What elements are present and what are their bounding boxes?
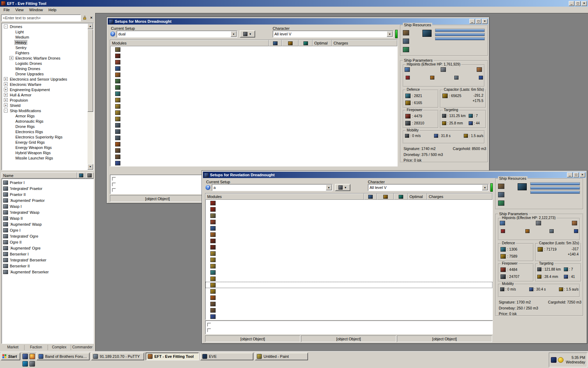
meta-column-button[interactable]	[77, 172, 85, 178]
module-row[interactable]	[110, 116, 397, 122]
module-row[interactable]	[205, 219, 492, 225]
scroll-thumb[interactable]	[88, 29, 93, 112]
item-list-row[interactable]: Wasp II	[2, 215, 93, 221]
close-button[interactable]: ×	[580, 172, 585, 177]
tree-item[interactable]: + Hull & Armor	[2, 92, 88, 97]
module-row[interactable]	[205, 269, 492, 275]
item-list-row[interactable]: Wasp I	[2, 203, 93, 209]
taskbar-window-button[interactable]: EVE	[200, 353, 253, 360]
statusbar-cell[interactable]: [object Object]	[205, 335, 300, 342]
module-row[interactable]	[205, 231, 492, 238]
tree-item[interactable]: + Propulsion	[2, 97, 88, 103]
module-row[interactable]	[205, 275, 492, 282]
item-list-row[interactable]: 'Augmented' Wasp	[2, 221, 93, 227]
module-row[interactable]	[205, 212, 492, 219]
module-row[interactable]	[205, 250, 492, 257]
eve-tray-icon[interactable]	[551, 357, 556, 363]
module-row[interactable]	[205, 307, 492, 313]
setup-tools-button[interactable]: ▼	[240, 30, 255, 38]
tree-item[interactable]: Drone Upgrades	[2, 71, 88, 76]
chevron-down-icon[interactable]: ▼	[482, 185, 488, 190]
search-input[interactable]	[1, 14, 81, 21]
taskbar-window-button[interactable]: 91.189.210.70 - PuTTY	[91, 353, 144, 360]
tree-item[interactable]: - Drones	[2, 24, 88, 29]
lock-icon[interactable]	[82, 15, 88, 21]
tree-item[interactable]: - Ship Modifications	[2, 108, 88, 113]
tree-item[interactable]: Sentry	[2, 45, 88, 50]
module-row[interactable]	[110, 90, 397, 97]
tree-item[interactable]: + Electronics and Sensor Upgrades	[2, 76, 88, 82]
module-row[interactable]	[110, 65, 397, 71]
module-row[interactable]	[110, 59, 397, 65]
close-button[interactable]: ×	[581, 1, 587, 6]
module-row[interactable]	[110, 97, 397, 103]
drone-checkbox[interactable]	[207, 323, 211, 327]
minimize-button[interactable]: _	[567, 172, 573, 177]
module-row[interactable]	[205, 294, 492, 301]
character-combobox[interactable]: All level V ▼	[273, 30, 393, 38]
module-row[interactable]	[110, 154, 397, 160]
tree-item[interactable]: Fighters	[2, 50, 88, 55]
clear-search-icon[interactable]: ×	[89, 15, 94, 21]
drone-checkbox[interactable]	[112, 188, 116, 192]
module-row[interactable]	[205, 282, 492, 288]
smiley-tray-icon[interactable]	[558, 357, 564, 363]
tree-item[interactable]: Electronics Superiority Rigs	[2, 134, 88, 139]
setup-combobox[interactable]: dual ▼	[117, 30, 237, 38]
bottom-tab[interactable]: Commander	[71, 345, 94, 350]
bottom-tab[interactable]: Market	[1, 345, 24, 350]
tree-item[interactable]: Medium	[2, 34, 88, 40]
item-list-row[interactable]: Praetor I	[2, 179, 93, 185]
quicklaunch-browser-icon[interactable]	[29, 354, 35, 359]
scroll-down-button[interactable]: ▼	[88, 164, 93, 170]
tree-item[interactable]: Armor Rigs	[2, 113, 88, 118]
statusbar-cell[interactable]: [object Object]	[301, 335, 396, 342]
tree-item[interactable]: Light	[2, 29, 88, 34]
tree-item[interactable]: Energy Grid Rigs	[2, 139, 88, 145]
item-list-row[interactable]: Ogre I	[2, 227, 93, 233]
statusbar-cell[interactable]: [object Object]	[110, 195, 205, 202]
tree-item[interactable]: Hybrid Weapon Rigs	[2, 150, 88, 155]
tree-item[interactable]: + Engineering Equipment	[2, 87, 88, 92]
character-combobox[interactable]: All level V ▼	[368, 184, 489, 191]
maximize-button[interactable]: □	[575, 1, 581, 6]
item-list-row[interactable]: 'Integrated' Praetor	[2, 185, 93, 191]
start-button[interactable]: Start	[1, 353, 20, 360]
module-row[interactable]	[110, 109, 397, 116]
close-button[interactable]: ×	[482, 19, 488, 24]
item-list-row[interactable]: 'Augmented' Ogre	[2, 245, 93, 251]
module-row[interactable]	[205, 244, 492, 250]
tree-expander[interactable]: +	[4, 103, 8, 107]
module-row[interactable]	[110, 84, 397, 90]
tree-item[interactable]: + Electronic Warfare Drones	[2, 55, 88, 61]
chevron-down-icon[interactable]: ▼	[326, 185, 332, 190]
taskbar-window-button[interactable]: Band of Brothers Forum ...	[36, 353, 90, 360]
tree-expander[interactable]: -	[4, 25, 8, 28]
module-row[interactable]	[205, 238, 492, 244]
taskbar-window-button[interactable]: Untitled - Paint	[255, 353, 308, 360]
module-row[interactable]	[110, 103, 397, 109]
maximize-button[interactable]: □	[476, 19, 481, 24]
module-row[interactable]	[205, 288, 492, 294]
help-icon[interactable]: ?	[110, 32, 115, 36]
module-row[interactable]	[110, 78, 397, 84]
module-row[interactable]	[110, 46, 397, 53]
module-row[interactable]	[110, 141, 397, 147]
bottom-tab[interactable]: Complex	[48, 345, 71, 350]
item-list-row[interactable]: Berserker II	[2, 263, 93, 269]
item-list-row[interactable]: 'Augmented' Praetor	[2, 197, 93, 203]
tree-item[interactable]: Heavy	[2, 40, 88, 45]
drone-row[interactable]	[206, 327, 492, 333]
chevron-down-icon[interactable]: ▼	[387, 31, 393, 37]
minimize-button[interactable]: _	[469, 19, 475, 24]
taskbar-tool-icon[interactable]	[29, 361, 35, 367]
tree-expander[interactable]: +	[9, 56, 13, 60]
tree-item[interactable]: Electronics Rigs	[2, 129, 88, 134]
tree-expander[interactable]: +	[4, 98, 8, 102]
tree-item[interactable]: Drone Rigs	[2, 124, 88, 129]
item-list-row[interactable]: Praetor II	[2, 191, 93, 197]
item-list-row[interactable]: Ogre II	[2, 239, 93, 245]
tree-item[interactable]: Mining Drones	[2, 66, 88, 71]
tree-expander[interactable]: -	[4, 109, 8, 113]
item-list-row[interactable]: 'Integrated' Wasp	[2, 209, 93, 215]
